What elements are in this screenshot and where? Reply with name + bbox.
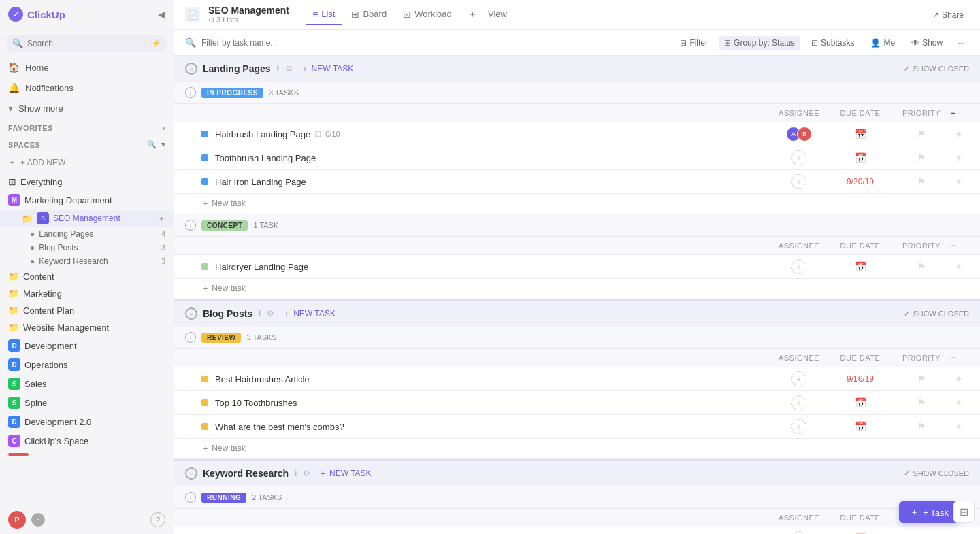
task-add-icon[interactable]: ＋	[949, 397, 969, 409]
collapse-button[interactable]: ◀	[158, 9, 165, 20]
add-column-header[interactable]: ＋	[949, 239, 969, 252]
more-options-icon[interactable]: ···	[149, 214, 155, 224]
sidebar-item-development[interactable]: D Development	[0, 336, 174, 355]
sidebar-item-blog-posts[interactable]: ● Blog Posts 3	[0, 241, 174, 254]
task-priority[interactable]: ⚑	[894, 129, 949, 139]
table-row[interactable]: Toothbrush Landing Page + 📅 ⚑ ＋	[174, 146, 980, 170]
task-add-icon[interactable]: ＋	[949, 176, 969, 188]
table-row[interactable]: Hair Iron Landing Page + 9/20/19 ⚑ ＋	[174, 170, 980, 194]
new-task-row[interactable]: ＋ New task	[174, 279, 980, 299]
task-assignee[interactable]: A B	[772, 127, 826, 141]
filter-input[interactable]	[201, 38, 669, 48]
secondary-avatar[interactable]: ·	[31, 513, 45, 527]
search-box[interactable]: 🔍 ⚡	[7, 35, 167, 52]
group-by-button[interactable]: ⊞ Group by: Status	[719, 36, 800, 50]
search-input[interactable]	[27, 39, 148, 48]
new-task-row[interactable]: ＋ New task	[174, 194, 980, 214]
help-button[interactable]: ?	[150, 512, 165, 527]
task-assignee[interactable]: +	[772, 150, 826, 165]
keyword-research-new-task[interactable]: ＋ NEW TASK	[318, 468, 372, 480]
task-priority[interactable]: ⚑	[894, 152, 949, 163]
collapse-running-icon[interactable]: ↓	[185, 492, 196, 503]
task-add-icon[interactable]: ＋	[949, 420, 969, 433]
task-assignee[interactable]: +	[772, 174, 826, 189]
task-priority[interactable]: ⚑	[894, 397, 949, 408]
task-assignee[interactable]: +	[772, 259, 826, 274]
task-priority[interactable]: ⚑	[894, 373, 949, 384]
task-priority[interactable]: ⚑	[894, 261, 949, 272]
table-row[interactable]: What are the best men's combs? + 📅 ⚑ ＋	[174, 415, 980, 439]
sidebar-item-marketing[interactable]: 📁 Marketing	[0, 285, 174, 302]
keyword-research-show-closed[interactable]: ✓ SHOW CLOSED	[904, 469, 969, 478]
section-collapse-icon[interactable]: ○	[185, 63, 197, 75]
sidebar-item-keyword-research[interactable]: ● Keyword Research 3	[0, 254, 174, 268]
settings-icon[interactable]: ⚙	[285, 64, 293, 73]
chevron-down-icon[interactable]: ▾	[161, 140, 166, 149]
sidebar-item-clickup-space[interactable]: C ClickUp's Space	[0, 431, 174, 450]
task-priority[interactable]: ⚑	[894, 421, 949, 432]
sidebar-item-show-more[interactable]: ▾ Show more	[0, 98, 174, 118]
sidebar-item-website-mgmt[interactable]: 📁 Website Management	[0, 319, 174, 336]
settings-icon[interactable]: ⚙	[267, 309, 274, 318]
task-assignee[interactable]: +	[772, 419, 826, 434]
sidebar-item-notifications[interactable]: 🔔 Notifications	[0, 78, 174, 98]
task-add-icon[interactable]: ＋	[949, 152, 969, 164]
sidebar-item-seo-management[interactable]: 📁 S SEO Management ··· ＋	[0, 210, 174, 227]
sidebar-item-content[interactable]: 📁 Content	[0, 268, 174, 285]
task-priority[interactable]: ⚑	[894, 176, 949, 187]
task-add-icon[interactable]: ＋	[949, 373, 969, 385]
task-add-icon[interactable]: ＋	[949, 128, 969, 140]
task-add-icon[interactable]: ＋	[949, 261, 969, 273]
user-avatar[interactable]: P	[8, 511, 26, 529]
search-spaces-icon[interactable]: 🔍	[147, 140, 157, 149]
table-row[interactable]: Best Hairbrushes Article + 9/16/19 ⚑ ＋	[174, 367, 980, 391]
info-icon[interactable]: ℹ	[258, 309, 261, 318]
add-column-header[interactable]: ＋	[949, 352, 969, 364]
sidebar-item-development2[interactable]: D Development 2.0	[0, 412, 174, 431]
section-collapse-icon[interactable]: ○	[185, 467, 197, 480]
table-row[interactable]: Hairbrush Landing Page ☑ 0/10 A B 📅 ⚑ ＋	[174, 122, 980, 146]
add-new-button[interactable]: ＋ + ADD NEW	[0, 152, 174, 173]
collapse-in-progress-icon[interactable]: ↓	[185, 87, 196, 98]
tab-add-view[interactable]: ＋ + View	[461, 4, 514, 26]
share-button[interactable]: ↗ Share	[927, 7, 969, 22]
logo[interactable]: ✓ ClickUp	[8, 7, 65, 22]
add-icon[interactable]: ＋	[158, 214, 165, 224]
grid-view-button[interactable]: ⊞	[953, 501, 975, 523]
sidebar-item-content-plan[interactable]: 📁 Content Plan	[0, 302, 174, 319]
sidebar-item-operations[interactable]: D Operations	[0, 355, 174, 374]
collapse-review-icon[interactable]: ↓	[185, 332, 196, 343]
table-row[interactable]: Hairdryer Landing Page + 📅 ⚑ ＋	[174, 255, 980, 279]
landing-pages-new-task[interactable]: ＋ NEW TASK	[301, 63, 354, 75]
blog-posts-new-task[interactable]: ＋ NEW TASK	[282, 308, 336, 320]
add-column-header[interactable]: ＋	[949, 107, 969, 119]
tab-workload[interactable]: ⊡ Workload	[396, 5, 459, 25]
more-options-button[interactable]: ···	[953, 35, 969, 50]
blog-posts-show-closed[interactable]: ✓ SHOW CLOSED	[904, 310, 969, 318]
task-assignee[interactable]: +	[772, 371, 826, 386]
sidebar-item-marketing-department[interactable]: M Marketing Department	[0, 190, 174, 210]
sidebar-item-home[interactable]: 🏠 Home	[0, 57, 174, 78]
filter-button[interactable]: ⊟ Filter	[674, 36, 713, 50]
collapse-concept-icon[interactable]: ↓	[185, 220, 196, 231]
task-assignee[interactable]: +	[772, 531, 826, 534]
new-task-row[interactable]: ＋ New task	[174, 439, 980, 459]
subtasks-button[interactable]: ⊡ Subtasks	[806, 36, 860, 50]
table-row[interactable]: Research Diet Topic + 📅 ⚑ ＋	[174, 527, 980, 534]
show-button[interactable]: 👁 Show	[906, 36, 948, 50]
info-icon[interactable]: ℹ	[294, 469, 297, 478]
sidebar-item-spine[interactable]: S Spine	[0, 393, 174, 412]
sidebar-item-sales[interactable]: S Sales	[0, 374, 174, 393]
me-button[interactable]: 👤 Me	[865, 36, 900, 50]
landing-pages-show-closed[interactable]: ✓ SHOW CLOSED	[904, 65, 969, 73]
info-icon[interactable]: ℹ	[276, 64, 280, 73]
task-assignee[interactable]: +	[772, 395, 826, 410]
add-task-button[interactable]: ＋ + Task	[899, 501, 960, 523]
section-collapse-icon[interactable]: ○	[185, 307, 197, 320]
tab-list[interactable]: ≡ List	[306, 5, 342, 25]
sidebar-item-landing-pages[interactable]: ● Landing Pages 4	[0, 227, 174, 241]
sidebar-item-everything[interactable]: ⊞ Everything	[0, 173, 174, 190]
settings-icon[interactable]: ⚙	[303, 469, 310, 478]
table-row[interactable]: Top 10 Toothbrushes + 📅 ⚑ ＋	[174, 391, 980, 415]
tab-board[interactable]: ⊞ Board	[344, 5, 393, 25]
